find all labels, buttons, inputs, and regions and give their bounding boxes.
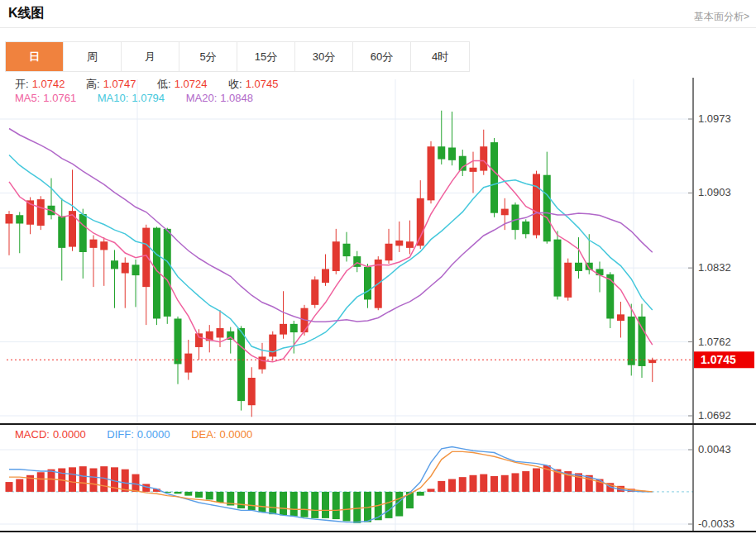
tab-5min[interactable]: 5分 bbox=[179, 42, 237, 71]
svg-text:1.0745: 1.0745 bbox=[701, 353, 736, 366]
tab-30min[interactable]: 30分 bbox=[295, 42, 353, 71]
price-badge: 1.0745 bbox=[694, 351, 754, 368]
tab-day[interactable]: 日 bbox=[6, 42, 64, 71]
svg-text:1.0973: 1.0973 bbox=[698, 112, 731, 125]
gridlines bbox=[0, 79, 693, 531]
candles bbox=[6, 111, 657, 417]
tab-4hour[interactable]: 4时 bbox=[411, 42, 469, 71]
svg-text:1.0692: 1.0692 bbox=[698, 409, 731, 422]
tab-15min[interactable]: 15分 bbox=[237, 42, 295, 71]
fundamental-analysis-link[interactable]: 基本面分析> bbox=[694, 10, 749, 24]
svg-text:1.0903: 1.0903 bbox=[698, 186, 731, 198]
kline-chart-canvas: 1.09731.09031.08321.07621.06920.0043-0.0… bbox=[0, 71, 756, 534]
tab-week[interactable]: 周 bbox=[64, 42, 122, 71]
period-tabbar: 日 周 月 5分 15分 30分 60分 4时 bbox=[5, 41, 470, 72]
tab-month[interactable]: 月 bbox=[122, 42, 179, 71]
svg-text:1.0762: 1.0762 bbox=[698, 336, 731, 348]
price-axis: 1.09731.09031.08321.07621.06920.0043-0.0… bbox=[688, 78, 734, 532]
macd-histogram bbox=[6, 465, 646, 523]
tab-60min[interactable]: 60分 bbox=[353, 42, 411, 71]
header-divider bbox=[0, 27, 756, 28]
kline-app: K线图 基本面分析> 日 周 月 5分 15分 30分 60分 4时 1.097… bbox=[0, 0, 756, 534]
svg-text:1.0832: 1.0832 bbox=[698, 261, 731, 274]
page-title: K线图 bbox=[8, 5, 45, 22]
svg-text:0.0043: 0.0043 bbox=[698, 443, 731, 455]
svg-text:-0.0033: -0.0033 bbox=[698, 517, 734, 530]
